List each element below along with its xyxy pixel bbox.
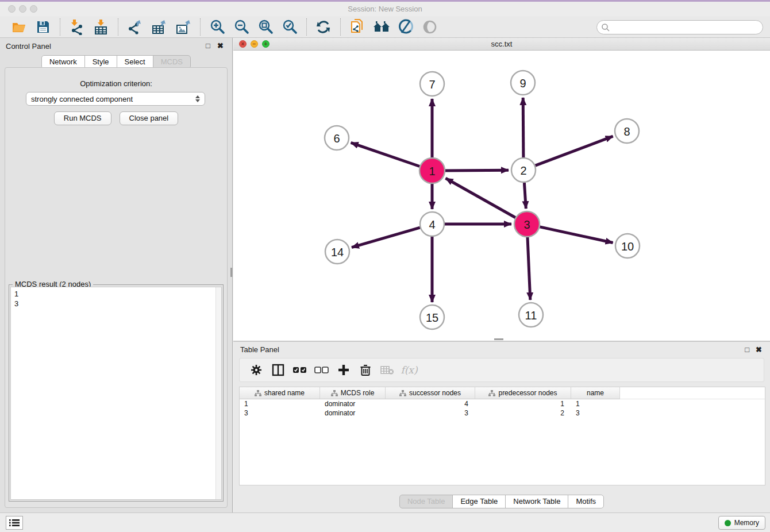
table-row[interactable]: 1dominator411: [240, 399, 765, 408]
column-header-mcds-role[interactable]: MCDS role: [320, 387, 386, 399]
cell-name[interactable]: 1: [571, 399, 620, 408]
memory-button[interactable]: Memory: [718, 516, 765, 530]
cell-shared-name[interactable]: 3: [240, 408, 320, 418]
cell-predecessor-nodes[interactable]: 1: [475, 399, 571, 408]
cell-mcds-role[interactable]: dominator: [320, 399, 386, 408]
mcds-result-group: MCDS result (2 nodes) 1 3: [9, 284, 224, 502]
column-header-label: predecessor nodes: [498, 389, 557, 397]
network-window-titlebar[interactable]: × − + scc.txt: [233, 38, 770, 51]
divider-handle-vertical[interactable]: [230, 268, 232, 277]
graph-edge-2-8[interactable]: [536, 136, 613, 165]
optimization-criterion-select[interactable]: strongly connected component: [26, 92, 205, 106]
float-panel-icon[interactable]: □: [206, 41, 210, 50]
export-network-icon[interactable]: [126, 18, 144, 36]
graph-edge-3-11[interactable]: [528, 237, 530, 300]
clone-network-icon[interactable]: [349, 18, 366, 36]
open-file-icon[interactable]: [10, 18, 28, 36]
table-close-icon[interactable]: ✖: [756, 345, 762, 354]
table-tabs: Node TableEdge TableNetwork TableMotifs: [233, 495, 770, 508]
network-canvas[interactable]: 7968124314101511: [233, 51, 770, 341]
result-scrollbar[interactable]: [215, 287, 221, 499]
graph-node-label: 3: [523, 218, 530, 231]
home-icon[interactable]: [373, 18, 390, 36]
column-header-label: MCDS role: [341, 389, 375, 397]
table-body: 1dominator4113dominator323: [240, 399, 765, 418]
column-header-predecessor-nodes[interactable]: predecessor nodes: [475, 387, 571, 399]
eye-icon[interactable]: [421, 18, 438, 36]
cell-mcds-role[interactable]: dominator: [320, 408, 386, 418]
select-all-icon[interactable]: [291, 361, 309, 379]
split-panel-icon[interactable]: [270, 361, 287, 379]
column-header-filler: [620, 387, 765, 399]
column-type-icon: [399, 390, 406, 396]
save-session-icon[interactable]: [34, 18, 52, 36]
column-header-shared-name[interactable]: shared name: [240, 387, 320, 399]
search-input[interactable]: [610, 22, 763, 33]
function-builder-icon: f(x): [401, 361, 418, 379]
import-table-icon[interactable]: [93, 18, 110, 36]
graph-edge-2-9[interactable]: [523, 98, 523, 157]
task-history-button[interactable]: [6, 516, 23, 530]
graph-edge-2-3[interactable]: [524, 183, 526, 209]
cell-successor-nodes[interactable]: 4: [386, 399, 475, 408]
export-table-icon[interactable]: [151, 18, 168, 36]
network-graph: 7968124314101511: [233, 51, 770, 341]
toolbar-separator: [118, 18, 118, 36]
cell-successor-nodes[interactable]: 3: [386, 408, 475, 418]
table-toolbar: f(x): [239, 358, 764, 382]
deselect-all-icon[interactable]: [313, 361, 330, 379]
add-column-icon[interactable]: [335, 361, 352, 379]
control-panel-title: Control Panel: [6, 42, 51, 51]
column-header-successor-nodes[interactable]: successor nodes: [386, 387, 475, 399]
cell-shared-name[interactable]: 1: [240, 399, 320, 408]
column-header-label: name: [587, 389, 604, 397]
export-image-icon[interactable]: [175, 18, 192, 36]
mcds-panel: Optimization criterion: strongly connect…: [5, 67, 228, 508]
import-network-icon[interactable]: [68, 18, 86, 36]
graph-edge-3-1[interactable]: [446, 178, 516, 217]
zoom-out-icon[interactable]: [233, 18, 250, 36]
control-panel-header: Control Panel □ ✖: [0, 38, 232, 54]
table-float-icon[interactable]: □: [745, 345, 749, 354]
divider-handle-horizontal[interactable]: [494, 338, 503, 340]
column-type-icon: [488, 390, 495, 396]
graph-edge-1-2[interactable]: [445, 170, 509, 171]
graph-edge-3-10[interactable]: [540, 227, 613, 243]
table-settings-gear-icon[interactable]: [248, 361, 265, 379]
memory-label: Memory: [734, 519, 759, 527]
close-panel-icon[interactable]: ✖: [217, 41, 224, 50]
cell-name[interactable]: 3: [571, 408, 620, 418]
toolbar-separator: [306, 18, 307, 36]
column-type-icon: [331, 390, 338, 396]
run-mcds-button[interactable]: Run MCDS: [54, 111, 111, 125]
table-tab-motifs[interactable]: Motifs: [568, 495, 604, 508]
toolbar-separator: [60, 18, 60, 36]
close-panel-button[interactable]: Close panel: [120, 111, 179, 125]
table-tab-network-table[interactable]: Network Table: [505, 495, 568, 508]
column-header-label: shared name: [264, 389, 305, 397]
table-row[interactable]: 3dominator323: [240, 408, 765, 418]
graph-node-label: 10: [621, 240, 634, 253]
table-tab-node-table[interactable]: Node Table: [399, 495, 453, 508]
node-table: shared nameMCDS rolesuccessor nodesprede…: [239, 387, 765, 485]
refresh-icon[interactable]: [315, 18, 332, 36]
mcds-buttons-row: Run MCDS Close panel: [5, 111, 227, 125]
table-tab-edge-table[interactable]: Edge Table: [452, 495, 506, 508]
table-panel: Table Panel □ ✖ f(x) shared nameMCDS rol…: [233, 342, 770, 512]
toolbar-separator: [200, 18, 201, 36]
mcds-result-area[interactable]: 1 3: [10, 287, 222, 500]
cell-predecessor-nodes[interactable]: 2: [475, 408, 571, 418]
main-toolbar: [0, 16, 770, 38]
toggle-graphics-icon[interactable]: [397, 18, 414, 36]
column-type-icon: [255, 390, 261, 396]
zoom-in-icon[interactable]: [209, 18, 226, 36]
graph-node-label: 7: [429, 78, 435, 91]
zoom-fit-icon[interactable]: [257, 18, 274, 36]
graph-edge-1-6[interactable]: [351, 142, 420, 166]
column-header-name[interactable]: name: [571, 387, 620, 399]
graph-edge-4-14[interactable]: [352, 228, 420, 248]
network-view-window: × − + scc.txt 7968124314101511: [233, 38, 770, 341]
delete-icon[interactable]: [357, 361, 374, 379]
graph-node-label: 4: [429, 218, 435, 231]
zoom-selected-icon[interactable]: [281, 18, 298, 36]
